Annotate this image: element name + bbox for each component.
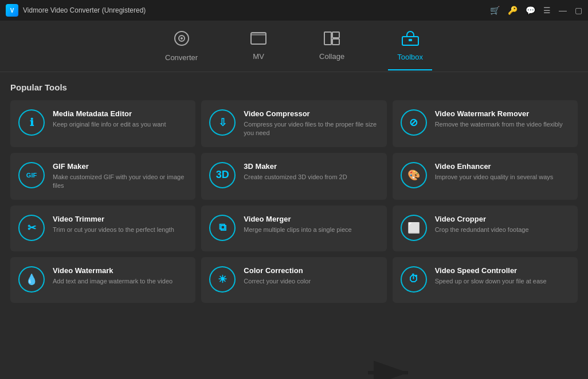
main-content: Popular Tools ℹMedia Metadata EditorKeep…: [0, 72, 588, 379]
nav-mv[interactable]: MV: [241, 27, 276, 65]
video-trimmer-info: Video TrimmerTrim or cut your videos to …: [53, 215, 187, 234]
section-title: Popular Tools: [10, 82, 578, 92]
video-compressor-info: Video CompressorCompress your video file…: [244, 109, 378, 138]
tool-card-video-compressor[interactable]: ⇩Video CompressorCompress your video fil…: [201, 100, 386, 147]
video-watermark-icon: 💧: [18, 266, 45, 293]
video-speed-controller-name: Video Speed Controller: [435, 266, 570, 275]
video-cropper-name: Video Cropper: [435, 215, 570, 223]
app-title: Vidmore Video Converter (Unregistered): [23, 6, 146, 14]
tool-card-video-watermark[interactable]: 💧Video WatermarkAdd text and image water…: [10, 257, 195, 303]
video-watermark-desc: Add text and image watermark to the vide…: [53, 277, 187, 286]
video-enhancer-desc: Improve your video quality in several wa…: [435, 173, 570, 181]
maximize-icon[interactable]: ▢: [575, 6, 582, 15]
video-watermark-info: Video WatermarkAdd text and image waterm…: [53, 266, 187, 286]
nav-converter[interactable]: Converter: [156, 26, 207, 66]
video-merger-info: Video MergerMerge multiple clips into a …: [244, 215, 378, 234]
svg-rect-4: [251, 33, 266, 35]
video-compressor-desc: Compress your video files to the proper …: [244, 120, 378, 138]
menu-icon[interactable]: ☰: [543, 6, 551, 15]
nav-toolbox[interactable]: Toolbox: [388, 26, 432, 66]
tool-card-video-trimmer[interactable]: ✂Video TrimmerTrim or cut your videos to…: [10, 206, 195, 251]
video-enhancer-name: Video Enhancer: [435, 162, 570, 171]
3d-maker-desc: Create customized 3D video from 2D: [244, 173, 378, 181]
color-correction-name: Color Correction: [244, 266, 378, 275]
video-cropper-desc: Crop the redundant video footage: [435, 226, 570, 234]
video-watermark-remover-name: Video Watermark Remover: [435, 109, 570, 118]
color-correction-icon: ☀: [209, 266, 236, 293]
media-metadata-editor-icon: ℹ: [18, 109, 45, 136]
color-correction-desc: Correct your video color: [244, 277, 378, 286]
toolbox-label: Toolbox: [397, 53, 423, 61]
media-metadata-editor-name: Media Metadata Editor: [53, 109, 187, 118]
toolbox-icon: [402, 31, 419, 49]
video-merger-icon: ⧉: [209, 215, 236, 241]
video-compressor-name: Video Compressor: [244, 109, 378, 118]
mv-label: MV: [253, 52, 264, 61]
tool-card-video-speed-controller[interactable]: ⏱Video Speed ControllerSpeed up or slow …: [393, 257, 578, 303]
tool-card-gif-maker[interactable]: GIFGIF MakerMake customized GIF with you…: [10, 153, 195, 200]
media-metadata-editor-info: Media Metadata EditorKeep original file …: [53, 109, 187, 129]
tool-card-3d-maker[interactable]: 3D3D MakerCreate customized 3D video fro…: [201, 153, 386, 200]
video-cropper-icon: ⬜: [401, 215, 427, 241]
converter-icon: [174, 30, 190, 50]
video-trimmer-name: Video Trimmer: [53, 215, 187, 223]
video-trimmer-desc: Trim or cut your videos to the perfect l…: [53, 226, 187, 234]
video-cropper-info: Video CropperCrop the redundant video fo…: [435, 215, 570, 234]
3d-maker-info: 3D MakerCreate customized 3D video from …: [244, 162, 378, 181]
video-watermark-remover-icon: ⊘: [401, 109, 427, 136]
svg-point-2: [181, 37, 183, 40]
key-icon[interactable]: 🔑: [508, 6, 518, 15]
media-metadata-editor-desc: Keep original file info or edit as you w…: [53, 120, 187, 129]
tool-card-video-watermark-remover[interactable]: ⊘Video Watermark RemoverRemove the water…: [393, 100, 578, 147]
svg-rect-7: [332, 32, 339, 38]
mv-icon: [250, 31, 266, 49]
collage-icon: [324, 31, 340, 49]
video-speed-controller-desc: Speed up or slow down your file at ease: [435, 277, 570, 286]
message-icon[interactable]: 💬: [526, 6, 535, 15]
video-enhancer-info: Video EnhancerImprove your video quality…: [435, 162, 570, 181]
minimize-icon[interactable]: —: [559, 6, 567, 15]
video-watermark-name: Video Watermark: [53, 266, 187, 275]
3d-maker-icon: 3D: [209, 162, 236, 188]
tool-card-media-metadata-editor[interactable]: ℹMedia Metadata EditorKeep original file…: [10, 100, 195, 147]
collage-label: Collage: [319, 52, 344, 61]
tool-card-color-correction[interactable]: ☀Color CorrectionCorrect your video colo…: [201, 257, 386, 303]
svg-rect-10: [409, 39, 412, 41]
video-watermark-remover-info: Video Watermark RemoverRemove the waterm…: [435, 109, 570, 129]
nav-collage[interactable]: Collage: [310, 27, 354, 65]
video-speed-controller-icon: ⏱: [401, 266, 427, 293]
title-bar-left: V Vidmore Video Converter (Unregistered): [6, 4, 146, 17]
color-correction-info: Color CorrectionCorrect your video color: [244, 266, 378, 286]
main-wrapper: Popular Tools ℹMedia Metadata EditorKeep…: [0, 72, 588, 379]
tool-card-video-merger[interactable]: ⧉Video MergerMerge multiple clips into a…: [201, 206, 386, 251]
video-compressor-icon: ⇩: [209, 109, 236, 136]
gif-maker-icon: GIF: [18, 162, 45, 188]
3d-maker-name: 3D Maker: [244, 162, 378, 171]
gif-maker-name: GIF Maker: [53, 162, 187, 171]
title-bar-controls: 🛒 🔑 💬 ☰ — ▢: [490, 6, 582, 15]
gif-maker-info: GIF MakerMake customized GIF with your v…: [53, 162, 187, 191]
video-merger-desc: Merge multiple clips into a single piece: [244, 226, 378, 234]
nav-bar: Converter MV Collage: [0, 21, 588, 72]
svg-rect-8: [332, 39, 339, 45]
video-speed-controller-info: Video Speed ControllerSpeed up or slow d…: [435, 266, 570, 286]
app-logo: V: [6, 4, 18, 17]
video-enhancer-icon: 🎨: [401, 162, 427, 188]
tool-card-video-cropper[interactable]: ⬜Video CropperCrop the redundant video f…: [393, 206, 578, 251]
title-bar: V Vidmore Video Converter (Unregistered)…: [0, 0, 588, 21]
cart-icon[interactable]: 🛒: [490, 6, 500, 15]
video-watermark-remover-desc: Remove the watermark from the video flex…: [435, 120, 570, 129]
gif-maker-desc: Make customized GIF with your video or i…: [53, 173, 187, 191]
svg-rect-6: [324, 32, 331, 45]
converter-label: Converter: [165, 53, 198, 62]
tools-grid: ℹMedia Metadata EditorKeep original file…: [10, 100, 578, 303]
tool-card-video-enhancer[interactable]: 🎨Video EnhancerImprove your video qualit…: [393, 153, 578, 200]
video-trimmer-icon: ✂: [18, 215, 45, 241]
video-merger-name: Video Merger: [244, 215, 378, 223]
